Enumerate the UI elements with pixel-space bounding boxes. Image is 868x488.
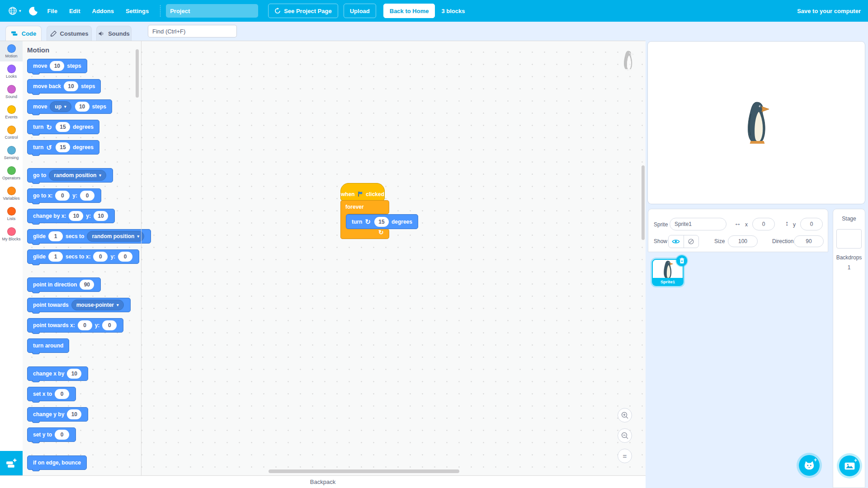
sprite-name-input[interactable]: [670, 218, 726, 230]
palette-block-glide-to-xy[interactable]: glide1secs to x:0y:0: [27, 249, 139, 264]
block-number-input[interactable]: 10: [75, 102, 90, 112]
canvas-vertical-scrollbar[interactable]: [642, 165, 645, 240]
menu-item-settings[interactable]: Settings: [120, 0, 155, 22]
zoom-in-button[interactable]: [618, 408, 632, 422]
palette-block-go-to-xy[interactable]: go to x:0y:0: [27, 188, 101, 203]
back-to-home-button[interactable]: Back to Home: [383, 4, 435, 18]
block-dropdown[interactable]: mouse-pointer▾: [71, 300, 124, 310]
upload-button[interactable]: Upload: [344, 4, 376, 18]
zoom-out-button[interactable]: [618, 428, 632, 443]
category-my-blocks[interactable]: My Blocks: [0, 224, 23, 244]
block-number-input[interactable]: 15: [56, 122, 70, 132]
palette-block-move-direction-steps[interactable]: moveup▾10steps: [27, 99, 112, 114]
size-label: Size: [714, 238, 725, 244]
block-number-input[interactable]: 0: [55, 191, 70, 201]
block-number-input[interactable]: 0: [55, 430, 69, 440]
palette-block-point-in-direction[interactable]: point in direction90: [27, 277, 101, 292]
palette-block-change-x-by[interactable]: change x by10: [27, 366, 88, 381]
category-sound[interactable]: Sound: [0, 82, 23, 102]
category-events[interactable]: Events: [0, 102, 23, 122]
show-sprite-button[interactable]: [669, 235, 684, 248]
sprite-list-item-sprite1[interactable]: Sprite1: [652, 259, 684, 286]
category-sensing[interactable]: Sensing: [0, 143, 23, 163]
palette-block-move-back-steps[interactable]: move back10steps: [27, 79, 101, 94]
add-backdrop-button[interactable]: +: [839, 455, 860, 476]
delete-sprite-button[interactable]: [676, 255, 687, 266]
find-input[interactable]: [148, 25, 237, 38]
palette-block-change-y-by[interactable]: change y by10: [27, 407, 88, 422]
block-number-input[interactable]: 10: [94, 211, 108, 221]
menu-item-file[interactable]: File: [42, 0, 63, 22]
language-selector[interactable]: ▾: [5, 4, 25, 18]
block-number-input[interactable]: 0: [80, 191, 94, 201]
when-flag-clicked-block[interactable]: when clicked: [340, 183, 385, 201]
palette-block-move-steps[interactable]: move10steps: [27, 59, 87, 73]
stage[interactable]: [648, 42, 865, 204]
category-control[interactable]: Control: [0, 122, 23, 143]
palette-block-point-towards[interactable]: point towardsmouse-pointer▾: [27, 298, 131, 312]
back-to-home-label: Back to Home: [390, 8, 429, 14]
stage-selector-panel[interactable]: Stage Backdrops 1 +: [833, 209, 865, 488]
y-position-input[interactable]: [800, 218, 823, 230]
canvas-horizontal-scrollbar[interactable]: [269, 469, 459, 473]
block-number-input[interactable]: 1: [48, 231, 63, 241]
hide-sprite-button[interactable]: [684, 235, 699, 248]
block-number-input[interactable]: 0: [55, 389, 69, 399]
block-number-input[interactable]: 10: [69, 211, 83, 221]
block-number-input[interactable]: 90: [80, 280, 94, 290]
palette-block-if-on-edge-bounce[interactable]: if on edge, bounce: [27, 455, 87, 470]
menu-item-addons[interactable]: Addons: [86, 0, 120, 22]
backpack-bar[interactable]: Backpack: [0, 475, 646, 488]
see-project-page-button[interactable]: See Project Page: [268, 4, 338, 18]
block-number-input[interactable]: 1: [48, 252, 63, 262]
block-number-input[interactable]: 10: [67, 369, 81, 379]
palette-block-point-towards-xy[interactable]: point towards x:0y:0: [27, 318, 123, 333]
penguin-sprite[interactable]: [744, 101, 770, 145]
theme-toggle[interactable]: [25, 4, 42, 18]
palette-block-turn-around[interactable]: turn around: [27, 338, 69, 353]
block-number-input[interactable]: 15: [374, 217, 389, 227]
block-number-input[interactable]: 15: [56, 142, 70, 152]
x-position-input[interactable]: [752, 218, 775, 230]
block-dropdown[interactable]: random position▾: [87, 231, 144, 242]
size-input[interactable]: [728, 235, 758, 247]
code-workspace[interactable]: Motion move10stepsmove back10stepsmoveup…: [23, 41, 646, 475]
palette-block-set-x-to[interactable]: set x to0: [27, 387, 76, 401]
block-dropdown[interactable]: up▾: [50, 101, 71, 112]
tab-code[interactable]: Code: [5, 26, 42, 41]
block-number-input[interactable]: 0: [118, 252, 132, 262]
category-looks[interactable]: Looks: [0, 61, 23, 82]
tab-costumes[interactable]: Costumes: [47, 26, 92, 41]
palette-scrollbar[interactable]: [136, 49, 139, 98]
block-number-input[interactable]: 0: [102, 320, 117, 330]
palette-block-glide-to-target[interactable]: glide1secs torandom position▾: [27, 229, 151, 244]
zoom-reset-button[interactable]: =: [618, 449, 632, 463]
palette-block-change-by-xy[interactable]: change by x:10y:10: [27, 209, 115, 223]
palette-block-turn-ccw-degrees[interactable]: turn↺15degrees: [27, 140, 99, 155]
block-number-input[interactable]: 0: [78, 320, 92, 330]
menu-item-edit[interactable]: Edit: [63, 0, 86, 22]
category-motion[interactable]: Motion: [0, 41, 23, 61]
block-number-input[interactable]: 10: [50, 61, 64, 71]
eye-hidden-icon: [688, 238, 694, 245]
add-sprite-button[interactable]: +: [799, 455, 820, 476]
block-number-input[interactable]: 0: [93, 252, 108, 262]
category-variables[interactable]: Variables: [0, 183, 23, 204]
sprite-list-item-name: Sprite1: [653, 278, 683, 285]
project-name-input[interactable]: [166, 4, 258, 18]
block-number-input[interactable]: 10: [67, 409, 81, 419]
category-operators[interactable]: Operators: [0, 163, 23, 183]
save-to-computer-button[interactable]: Save to your computer: [797, 8, 861, 14]
category-lists[interactable]: Lists: [0, 204, 23, 224]
turn-degrees-block[interactable]: turn ↻ 15 degrees: [346, 214, 418, 229]
block-bump: [32, 352, 40, 354]
direction-input[interactable]: [794, 235, 824, 247]
palette-block-turn-cw-degrees[interactable]: turn↻15degrees: [27, 120, 99, 134]
tab-sounds[interactable]: Sounds: [96, 26, 132, 41]
add-extension-button[interactable]: [0, 451, 23, 475]
category-label: Control: [5, 135, 18, 140]
block-number-input[interactable]: 10: [64, 81, 78, 91]
palette-block-set-y-to[interactable]: set y to0: [27, 427, 76, 442]
block-dropdown[interactable]: random position▾: [49, 170, 106, 181]
palette-block-go-to-target[interactable]: go torandom position▾: [27, 168, 113, 183]
